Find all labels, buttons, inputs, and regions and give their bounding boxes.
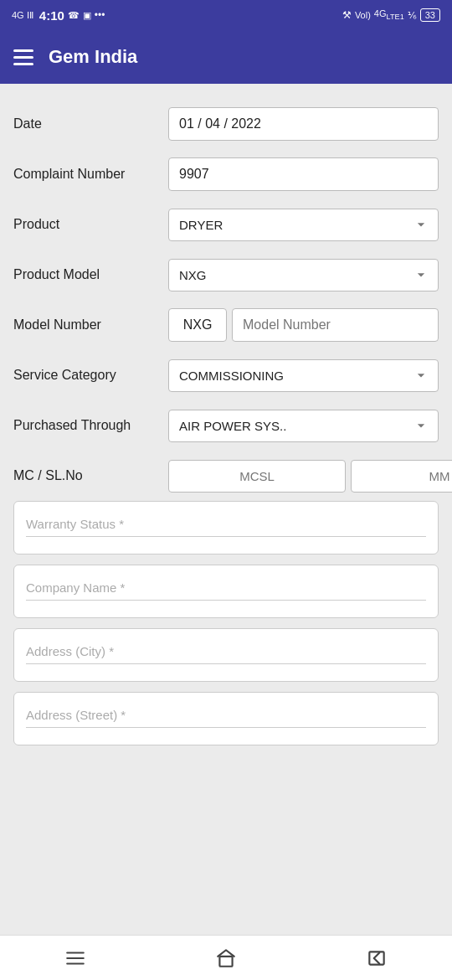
hamburger-icon xyxy=(64,947,86,969)
mc-sl-wrap xyxy=(168,460,452,493)
lte-icon: 4GLTE1 xyxy=(374,8,404,21)
battery-icon: 33 xyxy=(420,8,440,22)
mcsl-input[interactable] xyxy=(168,460,346,493)
service-category-dropdown[interactable]: COMMISSIONING xyxy=(168,359,439,392)
complaint-number-label: Complaint Number xyxy=(13,167,168,182)
purchased-through-row: Purchased Through AIR POWER SYS.. xyxy=(13,400,439,451)
nav-menu-button[interactable] xyxy=(53,936,98,981)
back-icon xyxy=(366,947,388,969)
status-time: 4:10 xyxy=(39,8,64,23)
product-model-input-wrap: NXG xyxy=(168,259,439,291)
menu-line-3 xyxy=(13,63,33,65)
alarm-icon: ⚒ xyxy=(342,9,352,21)
bottom-navigation xyxy=(0,935,452,980)
product-model-label: Product Model xyxy=(13,267,168,282)
app-header: Gem India xyxy=(0,30,452,84)
product-label: Product xyxy=(13,217,168,232)
cast-icon: ▣ xyxy=(83,10,91,21)
product-row: Product DRYER xyxy=(13,199,439,250)
purchased-through-input-wrap: AIR POWER SYS.. xyxy=(168,410,439,442)
nav-home-button[interactable] xyxy=(203,936,249,981)
model-number-label: Model Number xyxy=(13,317,168,333)
purchased-through-label: Purchased Through xyxy=(13,418,168,433)
status-left: 4G ⅠⅡ 4:10 ☎ ▣ ••• xyxy=(12,8,105,23)
model-prefix: NXG xyxy=(168,308,227,342)
date-input-wrap xyxy=(168,107,439,141)
purchased-through-dropdown[interactable]: AIR POWER SYS.. xyxy=(168,410,439,442)
model-number-row: Model Number NXG xyxy=(13,300,439,350)
product-model-dropdown[interactable]: NXG xyxy=(168,259,439,291)
status-right: ⚒ Vol) 4GLTE1 ⅙ 33 xyxy=(342,8,440,22)
svg-rect-3 xyxy=(219,956,232,966)
call-icon: ☎ xyxy=(68,10,80,21)
address-city-wrap xyxy=(13,628,439,682)
address-city-input[interactable] xyxy=(26,641,426,664)
service-category-label: Service Category xyxy=(13,368,168,383)
home-icon xyxy=(215,947,237,969)
nav-back-button[interactable] xyxy=(354,936,399,981)
app-title: Gem India xyxy=(49,46,137,68)
mm-input[interactable] xyxy=(351,460,452,493)
warranty-status-input[interactable] xyxy=(26,513,426,537)
complaint-number-row: Complaint Number xyxy=(13,149,439,199)
date-row: Date xyxy=(13,99,439,149)
product-dropdown[interactable]: DRYER xyxy=(168,209,439,241)
signal2-icon: ⅙ xyxy=(408,10,417,21)
service-category-row: Service Category COMMISSIONING xyxy=(13,350,439,400)
volume-icon: Vol) xyxy=(355,10,371,20)
product-input-wrap: DRYER xyxy=(168,209,439,241)
menu-line-1 xyxy=(13,49,33,52)
company-name-wrap xyxy=(13,565,439,618)
dots-icon: ••• xyxy=(95,9,105,21)
form-area: Date Complaint Number Product DRYER Prod… xyxy=(0,84,452,935)
complaint-number-input[interactable] xyxy=(168,157,439,191)
date-label: Date xyxy=(13,116,168,132)
address-street-wrap xyxy=(13,692,439,745)
status-bar: 4G ⅠⅡ 4:10 ☎ ▣ ••• ⚒ Vol) 4GLTE1 ⅙ 33 xyxy=(0,0,452,30)
service-category-input-wrap: COMMISSIONING xyxy=(168,359,439,392)
model-number-input[interactable] xyxy=(232,308,439,342)
company-name-input[interactable] xyxy=(26,577,426,601)
svg-rect-4 xyxy=(369,952,383,964)
warranty-status-wrap xyxy=(13,501,439,554)
mc-sl-label: MC / SL.No xyxy=(13,468,168,483)
hamburger-menu-button[interactable] xyxy=(13,49,33,65)
product-model-row: Product Model NXG xyxy=(13,250,439,300)
menu-line-2 xyxy=(13,56,33,59)
complaint-number-input-wrap xyxy=(168,157,439,191)
mc-sl-row: MC / SL.No xyxy=(13,451,439,501)
address-street-input[interactable] xyxy=(26,704,426,728)
date-input[interactable] xyxy=(168,107,439,141)
model-number-wrap: NXG xyxy=(168,308,439,342)
signal-icon: 4G ⅠⅡ xyxy=(12,10,36,21)
